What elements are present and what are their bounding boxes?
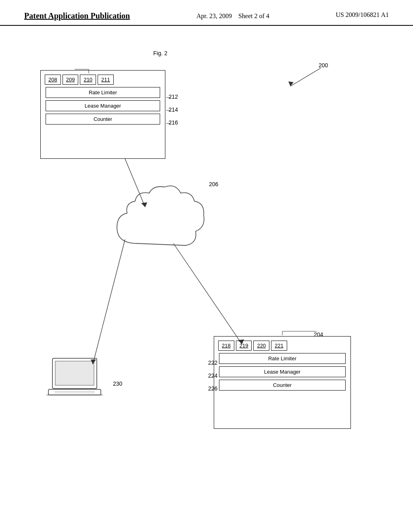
ref-222-label: 222 [208, 360, 217, 366]
tab-row-204: 218 219 220 221 [214, 337, 350, 351]
server-box-204: 218 219 220 221 Rate Limiter Lease Manag… [214, 336, 351, 429]
tab-209: 209 [63, 75, 79, 85]
ref-230-label: 230 [113, 380, 122, 387]
svg-rect-1 [55, 361, 94, 385]
counter-204: Counter [219, 380, 346, 391]
server-box-202: 208 209 210 211 Rate Limiter Lease Manag… [40, 70, 165, 159]
ref-216-label: 216 [169, 119, 178, 126]
tab-row-202: 208 209 210 211 [41, 71, 165, 85]
laptop-230 [46, 356, 111, 401]
tab-210: 210 [80, 75, 96, 85]
counter-202: Counter [46, 114, 160, 125]
sheet-info: Sheet 2 of 4 [238, 12, 269, 19]
ref-212-label: 212 [169, 94, 178, 100]
rate-limiter-204: Rate Limiter [219, 353, 346, 364]
page-header: Patent Application Publication Apr. 23, … [0, 0, 413, 26]
ref-224-label: 224 [208, 372, 217, 379]
svg-marker-7 [288, 81, 294, 86]
lease-manager-204: Lease Manager [219, 366, 346, 377]
lease-manager-202: Lease Manager [46, 100, 160, 111]
rate-limiter-202: Rate Limiter [46, 87, 160, 98]
cloud-network-206 [105, 179, 210, 268]
tab-220: 220 [253, 341, 269, 351]
tab-219: 219 [236, 341, 252, 351]
svg-line-6 [290, 68, 321, 86]
patent-number: US 2009/106821 A1 [336, 11, 389, 19]
pub-date: Apr. 23, 2009 [196, 12, 232, 19]
tab-208: 208 [45, 75, 61, 85]
tab-218: 218 [218, 341, 234, 351]
publication-title: Patent Application Publication [24, 11, 130, 21]
figure-label: Fig. 2 [153, 50, 167, 56]
tab-221: 221 [271, 341, 287, 351]
header-center: Apr. 23, 2009 Sheet 2 of 4 [196, 11, 269, 21]
ref-226-label: 226 [208, 385, 217, 392]
ref-200-label: 200 [319, 62, 328, 69]
ref-206-label: 206 [209, 181, 218, 187]
svg-rect-2 [48, 389, 101, 395]
tab-211: 211 [98, 75, 114, 85]
diagram-area: Fig. 2 200 202 208 209 210 211 Rate Limi… [0, 26, 413, 517]
ref-214-label: 214 [169, 106, 178, 113]
